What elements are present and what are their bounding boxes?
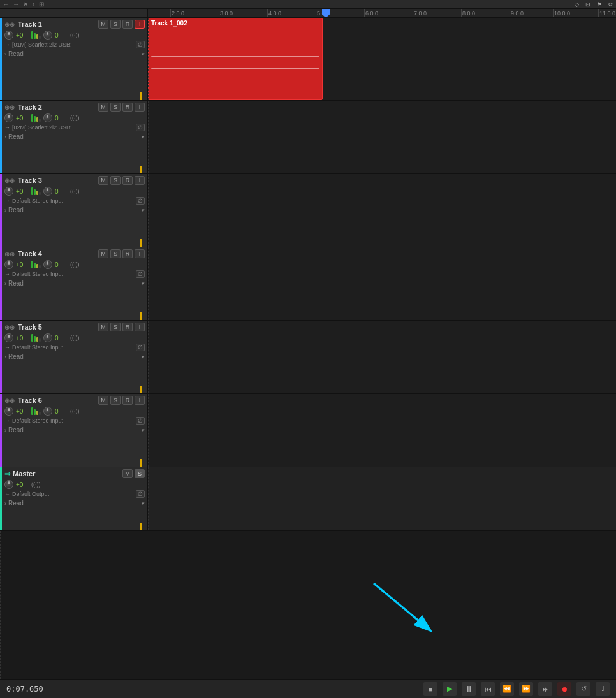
track-pan-knob[interactable]: [43, 407, 52, 416]
master-track-content[interactable]: [148, 467, 616, 530]
track-mute-button[interactable]: M: [98, 103, 108, 112]
track-expand-icon[interactable]: ›: [4, 280, 6, 287]
track-3-content[interactable]: [148, 174, 616, 247]
record-button[interactable]: ⏺: [557, 682, 571, 696]
track-record-button[interactable]: R: [122, 396, 133, 405]
rewind-button[interactable]: ⏪: [500, 682, 514, 696]
track-input-label: [01M] Scarlett 2i2 USB:: [12, 41, 134, 48]
toolbar-back-icon[interactable]: ←: [3, 1, 9, 8]
toolbar-loop-icon[interactable]: ⟳: [608, 1, 613, 8]
master-read-dropdown[interactable]: ▾: [142, 500, 145, 507]
track-read-dropdown[interactable]: ▾: [142, 207, 145, 214]
track-record-button[interactable]: R: [122, 323, 133, 331]
track-record-button[interactable]: R: [122, 20, 133, 29]
tracks-area: ⊕⊕ Track 1 M S R I +0 0 ((·)): [0, 18, 616, 679]
toolbar-snap-icon[interactable]: ⊡: [585, 1, 590, 8]
track-input-button[interactable]: I: [135, 103, 145, 112]
track-expand-icon[interactable]: ›: [4, 134, 6, 140]
track-pan-value: 0: [55, 188, 68, 195]
track-solo-button[interactable]: S: [110, 176, 121, 185]
track-pan-knob[interactable]: [43, 187, 52, 196]
pause-button[interactable]: ⏸: [462, 682, 476, 696]
track-6-content[interactable]: [148, 394, 616, 467]
toolbar-move-icon[interactable]: ↕: [32, 1, 35, 8]
playhead-extension: [175, 531, 175, 679]
track-phase-button[interactable]: ∅: [136, 270, 145, 278]
track-meter: [31, 334, 41, 342]
toolbar-forward-icon[interactable]: →: [13, 1, 19, 8]
track-volume-knob[interactable]: [4, 333, 13, 342]
track-4-content[interactable]: [148, 247, 616, 320]
metronome-button[interactable]: ♩: [596, 682, 610, 696]
track-solo-button[interactable]: S: [110, 396, 121, 405]
track-record-button[interactable]: R: [122, 249, 133, 258]
toolbar-grid-icon[interactable]: ⊞: [39, 1, 44, 8]
track-read-dropdown[interactable]: ▾: [142, 280, 145, 287]
track-volume-knob[interactable]: [4, 31, 13, 40]
track-phase-button[interactable]: ∅: [136, 344, 145, 351]
master-solo-button[interactable]: S: [135, 469, 145, 478]
master-volume-knob[interactable]: [4, 480, 13, 489]
audio-clip[interactable]: Track 1_002: [148, 18, 323, 100]
track-pan-knob[interactable]: [43, 260, 52, 269]
track-pan-knob[interactable]: [43, 113, 52, 122]
toolbar-marker-icon[interactable]: ◇: [575, 1, 579, 8]
track-volume-knob[interactable]: [4, 187, 13, 196]
track-expand-icon[interactable]: ›: [4, 207, 6, 214]
play-button[interactable]: ▶: [443, 682, 457, 696]
track-input-button[interactable]: I: [135, 20, 145, 29]
track-phase-button[interactable]: ∅: [136, 197, 145, 205]
track-input-button[interactable]: I: [135, 323, 145, 331]
track-2-content[interactable]: [148, 101, 616, 173]
track-read-dropdown[interactable]: ▾: [142, 51, 145, 57]
track-1-content[interactable]: Track 1_002: [148, 18, 616, 100]
track-phase-button[interactable]: ∅: [136, 41, 145, 48]
track-phase-button[interactable]: ∅: [136, 124, 145, 131]
fast-forward-button[interactable]: ⏩: [519, 682, 533, 696]
toolbar-flag-icon[interactable]: ⚑: [597, 1, 602, 8]
meter-bar: [36, 34, 38, 39]
meter-bar: [34, 336, 36, 342]
timeline-ruler[interactable]: 2.0.0 3.0.0 4.0.0 5.0.0 6.0.0 7.0.0 8.0.…: [0, 9, 616, 18]
track-mute-button[interactable]: M: [98, 323, 108, 331]
track-input-button[interactable]: I: [135, 176, 145, 185]
track-read-dropdown[interactable]: ▾: [142, 427, 145, 433]
track-input-button[interactable]: I: [135, 249, 145, 258]
go-to-end-button[interactable]: ⏭: [538, 682, 552, 696]
track-mute-button[interactable]: M: [98, 249, 108, 258]
master-mute-button[interactable]: M: [122, 469, 133, 478]
track-expand-icon[interactable]: ›: [4, 427, 6, 433]
track-read-dropdown[interactable]: ▾: [142, 134, 145, 140]
track-5-content[interactable]: [148, 321, 616, 393]
master-phase-button[interactable]: ∅: [136, 490, 145, 498]
track-phase-button[interactable]: ∅: [136, 417, 145, 425]
track-solo-button[interactable]: S: [110, 249, 121, 258]
track-record-button[interactable]: R: [122, 176, 133, 185]
stop-button[interactable]: ■: [423, 682, 437, 696]
track-read-dropdown[interactable]: ▾: [142, 354, 145, 360]
master-track-icon: ⇒: [4, 469, 11, 478]
track-record-button[interactable]: R: [122, 103, 133, 112]
track-mute-button[interactable]: M: [98, 20, 108, 29]
track-pan-knob[interactable]: [43, 333, 52, 342]
track-read-label: Read: [8, 280, 140, 287]
loop-button[interactable]: ↺: [576, 682, 590, 696]
track-pan-value: 0: [55, 335, 68, 342]
ruler-marks[interactable]: 2.0.0 3.0.0 4.0.0 5.0.0 6.0.0 7.0.0 8.0.…: [148, 9, 616, 17]
go-to-start-button[interactable]: ⏮: [481, 682, 495, 696]
track-expand-icon[interactable]: ›: [4, 51, 6, 57]
empty-timeline-area[interactable]: [0, 531, 616, 679]
track-input-button[interactable]: I: [135, 396, 145, 405]
track-expand-icon[interactable]: ›: [4, 354, 6, 360]
track-solo-button[interactable]: S: [110, 103, 121, 112]
track-mute-button[interactable]: M: [98, 396, 108, 405]
track-solo-button[interactable]: S: [110, 20, 121, 29]
toolbar-cross-icon[interactable]: ✕: [23, 1, 28, 8]
track-pan-knob[interactable]: [43, 31, 52, 40]
track-volume-knob[interactable]: [4, 113, 13, 122]
track-volume-knob[interactable]: [4, 407, 13, 416]
track-volume-knob[interactable]: [4, 260, 13, 269]
track-solo-button[interactable]: S: [110, 323, 121, 331]
track-mute-button[interactable]: M: [98, 176, 108, 185]
master-expand-icon[interactable]: ›: [4, 500, 6, 507]
